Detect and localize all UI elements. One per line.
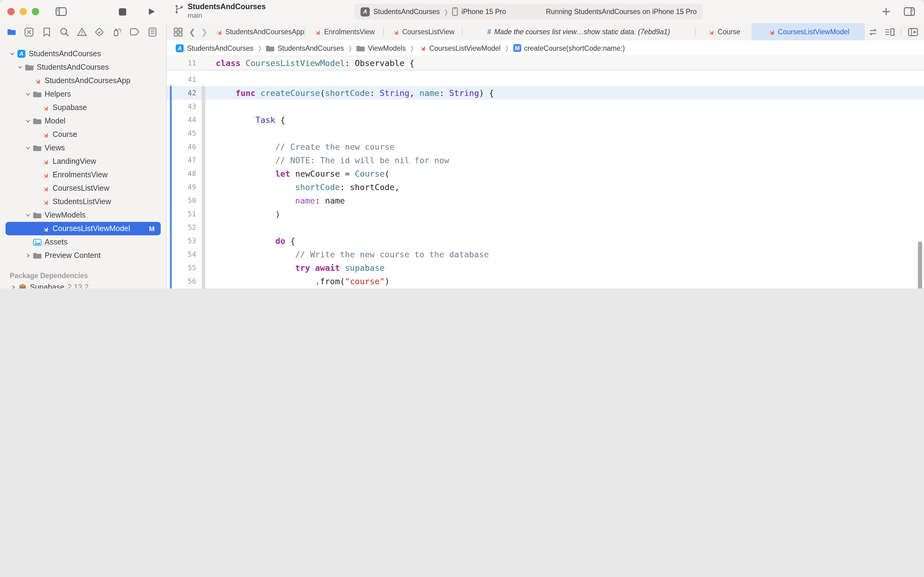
stop-button[interactable] [116, 5, 128, 18]
sidebar-item-assets[interactable]: Assets [0, 235, 166, 249]
package-item-supabase[interactable]: Supabase2.13.2 [0, 280, 166, 288]
tab-courseslistviewmodel[interactable]: CoursesListViewModel [752, 23, 865, 40]
code-text[interactable]: name: name [216, 194, 345, 207]
line-number[interactable]: 51 [167, 207, 205, 221]
scheme-status-pill[interactable]: A StudentsAndCourses ❭ iPhone 15 Pro Run… [354, 4, 703, 19]
sidebar-item-studentsandcoursesapp[interactable]: StudentsAndCoursesApp [0, 74, 166, 87]
editor-options-icon[interactable] [884, 27, 895, 37]
line-number[interactable]: 49 [167, 180, 205, 194]
go-forward-button[interactable]: ❯ [201, 28, 208, 36]
line-number[interactable]: 55 [167, 261, 205, 274]
zoom-window-button[interactable] [32, 8, 39, 15]
tab-courseslistview[interactable]: CoursesListView [384, 23, 462, 40]
toggle-inspector-sidebar-button[interactable] [903, 5, 916, 18]
navigator-debug-icon[interactable] [112, 27, 122, 37]
code-text[interactable]: shortCode: shortCode, [216, 180, 400, 194]
line-number[interactable]: 57 [167, 288, 205, 288]
code-line-45[interactable]: 45 [167, 127, 924, 140]
sidebar-item-studentslistview[interactable]: StudentsListView [0, 195, 166, 208]
code-text[interactable]: ) [216, 207, 280, 221]
sidebar-item-helpers[interactable]: Helpers [0, 87, 166, 101]
code-line-46[interactable]: 46 // Create the new course [167, 140, 924, 153]
code-text[interactable]: .from("course") [216, 274, 390, 288]
breadcrumb-item[interactable]: ViewModels [356, 44, 406, 52]
toggle-navigator-sidebar-button[interactable] [55, 5, 67, 18]
disclosure-chevron-icon[interactable] [16, 65, 23, 70]
navigator-breakpoints-icon[interactable] [130, 27, 140, 37]
line-number[interactable]: 48 [167, 167, 205, 180]
code-text[interactable]: let newCourse = Course( [216, 167, 390, 180]
sidebar-item-course[interactable]: Course [0, 128, 166, 141]
sidebar-item-preview-content[interactable]: Preview Content [0, 249, 166, 262]
disclosure-chevron-icon[interactable] [24, 92, 31, 97]
navigator-bookmarks-icon[interactable] [42, 27, 52, 37]
code-line-54[interactable]: 54 // Write the new course to the databa… [167, 248, 924, 261]
code-line-41[interactable]: 41 [167, 73, 924, 86]
disclosure-chevron-icon[interactable] [24, 213, 31, 218]
disclosure-chevron-icon[interactable] [10, 285, 16, 288]
code-line-57[interactable]: 57 .insert(newCourse) [167, 288, 924, 288]
sidebar-item-viewmodels[interactable]: ViewModels [0, 208, 166, 222]
sidebar-item-studentsandcourses[interactable]: AStudentsAndCourses [0, 47, 166, 61]
breadcrumb-item[interactable]: CoursesListViewModel [418, 44, 501, 52]
sticky-declaration-line[interactable]: 11class CoursesListViewModel: Observable… [167, 56, 924, 70]
code-text[interactable]: try await supabase [216, 261, 385, 274]
tab-studentsandcoursesapp[interactable]: StudentsAndCoursesApp [212, 23, 304, 40]
breadcrumb-item[interactable]: McreateCourse(shortCode:name:) [513, 44, 625, 52]
line-number[interactable]: 54 [167, 248, 205, 261]
tab-made-the-courses-list-view-sho[interactable]: #Made the courses list view…show static … [463, 23, 695, 40]
tab-overview-icon[interactable] [173, 27, 184, 37]
navigator-reports-icon[interactable] [147, 27, 158, 37]
tab-course[interactable]: Course [695, 23, 752, 40]
code-line-51[interactable]: 51 ) [167, 207, 924, 221]
code-text[interactable]: func createCourse(shortCode: String, nam… [216, 86, 494, 100]
breadcrumb-item[interactable]: StudentsAndCourses [266, 44, 344, 52]
code-text[interactable]: do { [216, 234, 295, 248]
sidebar-item-landingview[interactable]: LandingView [0, 155, 166, 168]
sidebar-item-supabase[interactable]: Supabase [0, 101, 166, 114]
line-number[interactable]: 53 [167, 234, 205, 248]
run-button[interactable] [145, 5, 158, 18]
scheme-name[interactable]: StudentsAndCourses [373, 8, 440, 15]
code-line-56[interactable]: 56 .from("course") [167, 274, 924, 288]
line-number[interactable]: 11 [167, 56, 205, 70]
code-text[interactable]: // Write the new course to the database [216, 248, 489, 261]
line-number[interactable]: 43 [167, 100, 205, 113]
line-number[interactable]: 45 [167, 127, 205, 140]
code-line-55[interactable]: 55 try await supabase [167, 261, 924, 274]
sidebar-item-studentsandcourses[interactable]: StudentsAndCourses [0, 61, 166, 74]
disclosure-chevron-icon[interactable] [24, 253, 31, 258]
sidebar-item-views[interactable]: Views [0, 141, 166, 155]
code-text[interactable]: // NOTE: The id will be nil for now [216, 153, 449, 167]
related-items-icon[interactable] [868, 27, 878, 37]
code-line-53[interactable]: 53 do { [167, 234, 924, 248]
code-line-42[interactable]: 42 func createCourse(shortCode: String, … [167, 86, 924, 100]
close-window-button[interactable] [7, 8, 14, 15]
line-number[interactable]: 52 [167, 221, 205, 234]
navigator-tests-icon[interactable] [94, 27, 105, 37]
minimize-window-button[interactable] [19, 8, 27, 15]
line-number[interactable]: 47 [167, 153, 205, 167]
disclosure-chevron-icon[interactable] [8, 52, 15, 56]
disclosure-chevron-icon[interactable] [24, 145, 31, 150]
breadcrumb-item[interactable]: AStudentsAndCourses [175, 44, 253, 52]
sidebar-item-enrolmentsview[interactable]: EnrolmentsView [0, 168, 166, 182]
line-number[interactable]: 44 [167, 113, 205, 127]
code-text[interactable]: Task { [216, 113, 285, 127]
navigator-find-icon[interactable] [59, 27, 69, 37]
code-line-43[interactable]: 43 [167, 100, 924, 113]
navigator-source-control-icon[interactable] [24, 27, 34, 37]
code-line-52[interactable]: 52 [167, 221, 924, 234]
go-back-button[interactable]: ❮ [189, 28, 196, 36]
line-number[interactable]: 56 [167, 274, 205, 288]
line-number[interactable]: 42 [167, 86, 205, 100]
code-text[interactable]: // Create the new course [216, 140, 394, 153]
sidebar-item-courseslistview[interactable]: CoursesListView [0, 182, 166, 195]
code-line-44[interactable]: 44 Task { [167, 113, 924, 127]
editor-scrollbar[interactable] [918, 242, 922, 288]
library-add-button[interactable] [880, 5, 892, 18]
line-number[interactable]: 46 [167, 140, 205, 153]
sidebar-item-model[interactable]: Model [0, 114, 166, 128]
line-number[interactable]: 41 [167, 73, 205, 86]
add-editor-icon[interactable] [908, 27, 918, 37]
